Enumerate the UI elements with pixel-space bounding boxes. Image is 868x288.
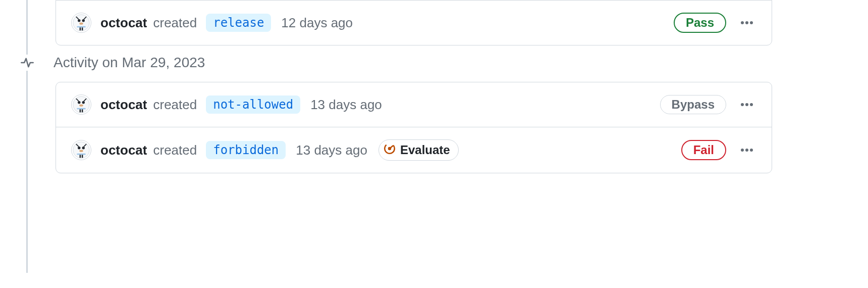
svg-point-31	[745, 149, 748, 152]
svg-point-19	[750, 103, 753, 106]
svg-point-23	[79, 150, 83, 152]
svg-rect-25	[80, 155, 81, 158]
svg-point-8	[745, 21, 748, 24]
svg-point-2	[82, 19, 85, 22]
svg-rect-5	[80, 27, 81, 30]
svg-point-17	[741, 103, 744, 106]
svg-point-32	[750, 149, 753, 152]
activity-date-label: Activity on Mar 29, 2023	[53, 55, 205, 71]
activity-action: created	[153, 97, 197, 113]
username-link[interactable]: octocat	[100, 15, 147, 31]
evaluate-pill[interactable]: Evaluate	[378, 139, 459, 161]
kebab-icon[interactable]	[737, 142, 756, 158]
svg-rect-24	[77, 154, 86, 155]
activity-date-header: Activity on Mar 29, 2023	[19, 55, 868, 71]
octocat-avatar[interactable]	[71, 94, 91, 115]
svg-point-18	[745, 103, 748, 106]
svg-rect-6	[82, 27, 83, 30]
svg-point-30	[741, 149, 744, 152]
kebab-icon[interactable]	[737, 15, 756, 30]
svg-point-1	[78, 19, 80, 22]
octocat-avatar[interactable]	[71, 140, 91, 160]
branch-tag[interactable]: release	[206, 14, 271, 32]
svg-point-3	[79, 23, 83, 25]
activity-row: octocat created release 12 days ago Pass	[56, 1, 772, 45]
activity-time: 13 days ago	[310, 97, 382, 113]
activity-row: octocat created not-allowed 13 days ago …	[56, 82, 772, 127]
svg-rect-26	[82, 155, 83, 158]
svg-rect-15	[80, 109, 81, 112]
svg-point-13	[79, 105, 83, 107]
gauge-icon	[383, 142, 396, 158]
activity-time: 12 days ago	[281, 15, 353, 31]
activity-action: created	[153, 15, 197, 31]
activity-card-group: octocat created not-allowed 13 days ago …	[56, 82, 772, 173]
svg-point-22	[82, 147, 85, 149]
activity-card-group: octocat created release 12 days ago Pass	[56, 0, 772, 45]
svg-rect-4	[77, 26, 86, 28]
status-badge-bypass: Bypass	[660, 95, 726, 114]
username-link[interactable]: octocat	[100, 142, 147, 158]
evaluate-label: Evaluate	[400, 143, 450, 157]
svg-point-12	[82, 101, 85, 104]
status-badge-fail: Fail	[681, 140, 726, 160]
username-link[interactable]: octocat	[100, 97, 147, 113]
activity-action: created	[153, 142, 197, 158]
pulse-icon	[19, 55, 35, 71]
svg-point-21	[78, 147, 80, 149]
branch-tag[interactable]: forbidden	[206, 141, 286, 159]
svg-point-11	[78, 101, 80, 104]
status-badge-pass: Pass	[674, 13, 726, 33]
svg-point-9	[750, 21, 753, 24]
svg-rect-14	[77, 108, 86, 110]
svg-point-7	[741, 21, 744, 24]
timeline-rail	[26, 0, 28, 273]
svg-rect-16	[82, 109, 83, 112]
activity-time: 13 days ago	[296, 142, 367, 158]
activity-row: octocat created forbidden 13 days ago Ev…	[56, 127, 772, 173]
kebab-icon[interactable]	[737, 97, 756, 112]
octocat-avatar[interactable]	[71, 13, 91, 33]
branch-tag[interactable]: not-allowed	[206, 95, 300, 114]
